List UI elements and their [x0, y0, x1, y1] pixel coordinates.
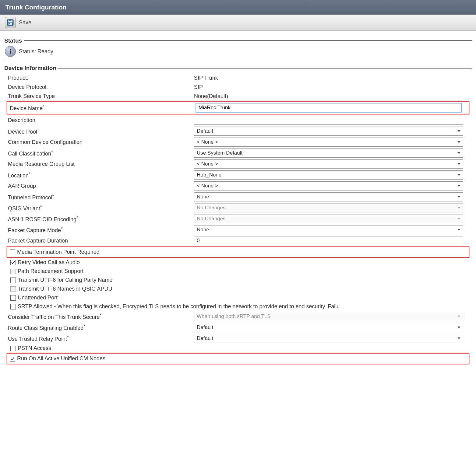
trusted-relay-label: Use Trusted Relay Point* [7, 334, 194, 342]
retry-video-checkbox[interactable] [10, 260, 16, 265]
consider-traffic-select: When using both sRTP and TLS [194, 312, 463, 321]
call-class-label: Call Classification* [7, 149, 194, 157]
unattended-label: Unattended Port [18, 295, 58, 301]
pcap-mode-label: Packet Capture Mode* [7, 226, 194, 234]
mrgl-select[interactable]: < None > [194, 159, 463, 169]
info-icon: i [5, 46, 16, 57]
utf8-qsig-checkbox [10, 286, 16, 292]
toolbar: Save [0, 15, 476, 31]
asn1-select: No Changes [194, 214, 463, 223]
chevron-down-icon [457, 196, 460, 198]
aar-label: AAR Group [7, 183, 194, 189]
mtp-label: Media Termination Point Required [17, 249, 100, 255]
location-select[interactable]: Hub_None [194, 170, 463, 180]
svg-rect-4 [9, 23, 10, 24]
device-name-label: Device Name* [9, 104, 196, 112]
chevron-down-icon [457, 163, 460, 165]
chevron-down-icon [457, 229, 460, 231]
tunneled-label: Tunneled Protocol* [7, 193, 194, 201]
svg-rect-2 [9, 20, 12, 21]
qsig-select: No Changes [194, 203, 463, 212]
chevron-down-icon [457, 337, 460, 339]
pcap-dur-label: Packet Capture Duration [7, 238, 194, 244]
utf8-qsig-label: Transmit UTF-8 Names in QSIG APDU [18, 286, 112, 292]
aar-select[interactable]: < None > [194, 181, 463, 190]
chevron-down-icon [457, 316, 460, 317]
run-all-checkbox[interactable] [10, 356, 15, 361]
cdc-label: Common Device Configuration [7, 139, 194, 145]
cdc-select[interactable]: < None > [194, 138, 463, 147]
chevron-down-icon [457, 141, 460, 143]
chevron-down-icon [457, 152, 460, 154]
qsig-label: QSIG Variant* [7, 204, 194, 212]
device-pool-select[interactable]: Default [194, 127, 463, 136]
mrgl-label: Media Resource Group List [7, 161, 194, 167]
status-text: Status: Ready [19, 48, 53, 55]
chevron-down-icon [457, 185, 460, 187]
service-type-value: None(Default) [194, 93, 469, 100]
location-label: Location* [7, 171, 194, 179]
protocol-label: Device Protocol: [7, 84, 194, 90]
device-name-input[interactable] [196, 103, 461, 112]
route-class-label: Route Class Signaling Enabled* [7, 323, 194, 331]
utf8-cpn-label: Transmit UTF-8 for Calling Party Name [18, 277, 112, 283]
chevron-down-icon [457, 130, 460, 132]
product-value: SIP Trunk [194, 75, 469, 81]
route-class-select[interactable]: Default [194, 323, 463, 332]
chevron-down-icon [457, 218, 460, 220]
page-title: Trunk Configuration [5, 4, 67, 11]
utf8-cpn-checkbox[interactable] [10, 278, 16, 283]
mtp-checkbox[interactable] [10, 250, 15, 255]
srtp-checkbox[interactable] [10, 304, 16, 309]
save-button[interactable] [5, 17, 16, 28]
pcap-dur-input[interactable] [194, 236, 463, 245]
pcap-mode-select[interactable]: None [194, 225, 463, 234]
service-type-label: Trunk Service Type [7, 93, 194, 100]
description-label: Description [7, 117, 194, 124]
save-icon [7, 19, 14, 26]
chevron-down-icon [457, 174, 460, 176]
chevron-down-icon [457, 207, 460, 209]
path-repl-label: Path Replacement Support [18, 268, 83, 274]
save-label[interactable]: Save [19, 19, 31, 26]
protocol-value: SIP [194, 84, 469, 90]
asn1-label: ASN.1 ROSE OID Encoding* [7, 215, 194, 223]
tunneled-select[interactable]: None [194, 192, 463, 201]
trusted-relay-select[interactable]: Default [194, 334, 463, 343]
status-fieldset: Status i Status: Ready [4, 37, 472, 59]
run-all-label: Run On All Active Unified CM Nodes [17, 355, 105, 362]
status-legend: Status [4, 37, 24, 44]
product-label: Product: [7, 75, 194, 81]
chevron-down-icon [457, 327, 460, 328]
retry-video-label: Retry Video Call as Audio [18, 259, 80, 266]
device-info-fieldset: Device Information Product: SIP Trunk De… [4, 65, 472, 365]
pstn-checkbox[interactable] [10, 346, 16, 351]
description-input[interactable] [194, 116, 463, 125]
device-info-legend: Device Information [4, 65, 58, 72]
page-title-bar: Trunk Configuration [0, 0, 476, 15]
consider-traffic-label: Consider Traffic on This Trunk Secure* [7, 313, 194, 320]
path-repl-checkbox [10, 269, 16, 274]
call-class-select[interactable]: Use System Default [194, 148, 463, 158]
pstn-label: PSTN Access [18, 345, 51, 351]
device-pool-label: Device Pool* [7, 127, 194, 135]
unattended-checkbox[interactable] [10, 295, 16, 301]
srtp-label: SRTP Allowed - When this flag is checked… [18, 303, 340, 310]
